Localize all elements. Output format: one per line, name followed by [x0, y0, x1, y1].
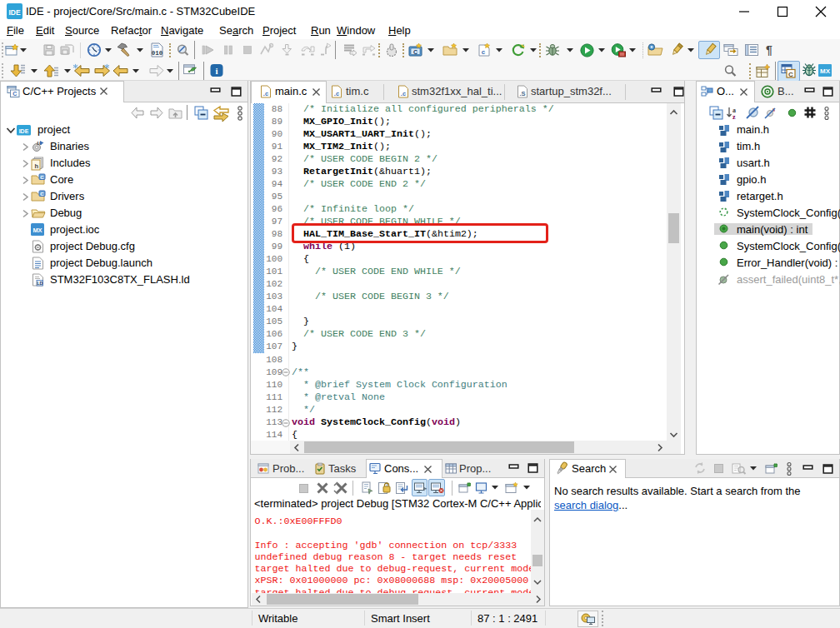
svg-text:IDE: IDE [19, 128, 29, 134]
svg-text:LD: LD [37, 281, 42, 286]
svg-text:h: h [35, 162, 39, 170]
svg-text:c: c [482, 48, 486, 56]
svg-text:C: C [40, 192, 44, 197]
svg-text:.S: .S [519, 90, 525, 97]
svg-text:IDE: IDE [8, 8, 21, 17]
svg-text:i: i [215, 66, 218, 76]
svg-text:MX: MX [820, 67, 831, 75]
svg-text:MX: MX [32, 227, 42, 234]
svg-text:C: C [12, 91, 17, 97]
svg-text:.c: .c [401, 90, 406, 97]
svg-text:C: C [40, 175, 44, 180]
svg-text:C: C [788, 71, 793, 78]
svg-text:.c: .c [334, 90, 339, 97]
svg-text:.c: .c [263, 90, 268, 97]
svg-text:C: C [413, 49, 418, 55]
svg-text:z: z [732, 113, 736, 121]
svg-text:010: 010 [152, 50, 163, 57]
